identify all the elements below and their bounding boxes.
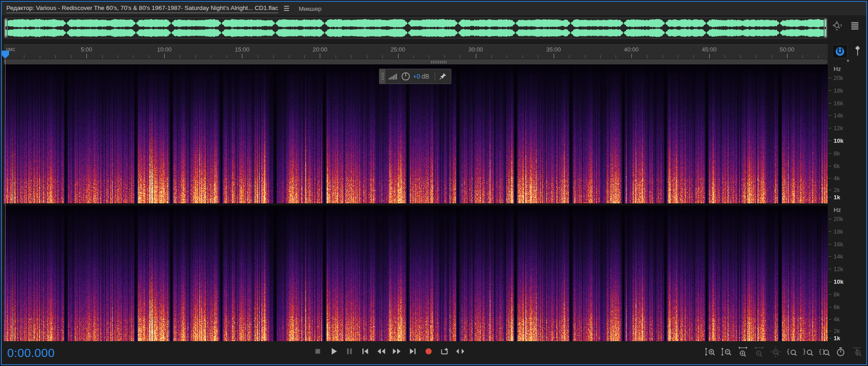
- frequency-scale-dropdown-icon[interactable]: ▾: [847, 58, 849, 64]
- zoom-reset-vertical-button: [851, 346, 863, 357]
- ruler-tick: [663, 55, 663, 58]
- ruler-tick: [351, 55, 351, 58]
- volume-bars-icon: [388, 72, 398, 81]
- ruler-tick-label: 25:00: [390, 46, 405, 53]
- ruler-tick: [320, 54, 320, 58]
- timeline-ruler[interactable]: чмс 5:0010:0015:0020:0025:0030:0035:0040…: [4, 44, 828, 59]
- ruler-tick: [772, 55, 772, 58]
- tab-editor[interactable]: Редактор: Various - Rediscover The 60's,…: [2, 2, 294, 15]
- gain-knob-icon[interactable]: [400, 71, 411, 82]
- zoom-in-amplitude-button[interactable]: [705, 346, 716, 357]
- ruler-tick: [211, 55, 211, 58]
- ruler-tick: [289, 55, 289, 58]
- playhead-line[interactable]: [5, 59, 5, 341]
- zoom-out-time-button: [754, 346, 765, 357]
- play-button[interactable]: [328, 346, 339, 357]
- ruler-tick-label: 5:00: [81, 46, 92, 53]
- ruler-tick: [538, 55, 538, 58]
- panel-menu-icon[interactable]: ☰: [284, 5, 289, 13]
- ruler-tick: [802, 55, 803, 58]
- skip-to-start-button[interactable]: [360, 346, 371, 357]
- magnet-icon: [835, 47, 845, 56]
- waveform-overview[interactable]: [4, 17, 828, 39]
- snap-toggle-button[interactable]: [832, 45, 848, 58]
- ruler-tick-label: 10:00: [157, 46, 172, 53]
- mixer-tab-title: Микшер: [299, 5, 322, 12]
- ruler-tick: [725, 55, 725, 58]
- ruler-tick: [554, 54, 554, 58]
- ruler-tick-label: 40:00: [624, 46, 639, 53]
- ruler-tick: [24, 55, 24, 58]
- gain-hud[interactable]: +0 dB: [379, 69, 451, 84]
- hud-drag-grip-icon[interactable]: [379, 69, 385, 84]
- move-playhead-button[interactable]: [455, 346, 466, 357]
- fast-forward-button[interactable]: [391, 346, 403, 357]
- ruler-tick: [258, 55, 258, 58]
- ruler-tick: [600, 55, 601, 58]
- ruler-tick: [71, 55, 71, 58]
- frequency-unit-label: Hz: [834, 66, 841, 72]
- svg-text:{: {: [786, 348, 790, 355]
- record-button[interactable]: [423, 346, 434, 357]
- ruler-tick: [133, 55, 133, 58]
- hud-divider: [435, 72, 435, 80]
- ruler-tick-label: 50:00: [780, 46, 795, 53]
- ruler-tick: [709, 54, 710, 58]
- ruler-tick-label: 35:00: [546, 46, 561, 53]
- ruler-tick: [304, 55, 305, 58]
- horizontal-scrollbar[interactable]: [4, 59, 828, 64]
- ruler-tick: [522, 55, 523, 58]
- ruler-tick-label: 15:00: [235, 46, 250, 53]
- ruler-tick: [227, 55, 227, 58]
- zoom-in-time-button[interactable]: [737, 346, 749, 357]
- ruler-tick-label: 20:00: [313, 46, 327, 53]
- audition-editor-window: Редактор: Various - Rediscover The 60's,…: [0, 0, 868, 366]
- gain-unit-label: dB: [422, 73, 429, 80]
- zoom-in-at-out-point-button[interactable]: }: [802, 346, 814, 357]
- ruler-tick: [787, 54, 787, 58]
- range-handle-right[interactable]: [824, 19, 827, 38]
- hud-pin-icon[interactable]: [439, 72, 447, 80]
- tab-mixer[interactable]: Микшер: [294, 2, 326, 15]
- ruler-tick: [413, 55, 414, 58]
- ruler-tick: [740, 55, 741, 58]
- scrollbar-grip[interactable]: [431, 61, 447, 63]
- ruler-tick: [242, 54, 242, 58]
- frequency-scale-left[interactable]: Hz 20k18k16k14k12k10k8k6k4k2k1k: [829, 65, 867, 203]
- ruler-tick: [180, 55, 180, 58]
- ruler-tick: [149, 55, 149, 58]
- skip-to-end-button[interactable]: [407, 346, 418, 357]
- zoom-out-amplitude-button[interactable]: [721, 346, 732, 357]
- marker-pin-icon[interactable]: [853, 46, 862, 57]
- ruler-tick: [429, 55, 429, 58]
- zoom-pan-icon[interactable]: [831, 20, 843, 32]
- ruler-tick: [460, 55, 460, 58]
- zoom-in-at-in-point-button[interactable]: {: [786, 346, 797, 357]
- ruler-tick: [273, 55, 274, 58]
- frequency-unit-label: Hz: [834, 206, 841, 213]
- play-timer-button[interactable]: [835, 346, 846, 357]
- stop-button: [312, 346, 323, 357]
- zoom-out-full-button: [770, 346, 781, 357]
- ruler-tick: [367, 55, 367, 58]
- spectrogram-left-channel[interactable]: [4, 65, 828, 203]
- ruler-tick: [616, 55, 616, 58]
- zoom-to-selection-button[interactable]: {}: [819, 346, 830, 357]
- levels-menu-icon[interactable]: [849, 20, 861, 32]
- ruler-tick: [585, 55, 585, 58]
- gain-value[interactable]: +0: [413, 73, 420, 80]
- rewind-button[interactable]: [375, 346, 387, 357]
- frequency-scale-right[interactable]: Hz 20k18k16k14k12k10k8k6k4k2k1k: [829, 206, 867, 341]
- pause-button: [344, 346, 355, 357]
- overview-waveform-canvas[interactable]: [4, 18, 827, 38]
- spectrogram-right-channel[interactable]: [4, 206, 828, 341]
- ruler-tick: [818, 55, 819, 58]
- ruler-tick-label: 45:00: [702, 46, 717, 53]
- ruler-tick: [336, 55, 336, 58]
- ruler-tick: [569, 55, 569, 58]
- ruler-tick: [678, 55, 678, 58]
- loop-playback-button[interactable]: [439, 346, 450, 357]
- time-display[interactable]: 0:00.000: [7, 346, 55, 360]
- ruler-tick: [445, 55, 445, 58]
- range-handle-left[interactable]: [5, 19, 8, 38]
